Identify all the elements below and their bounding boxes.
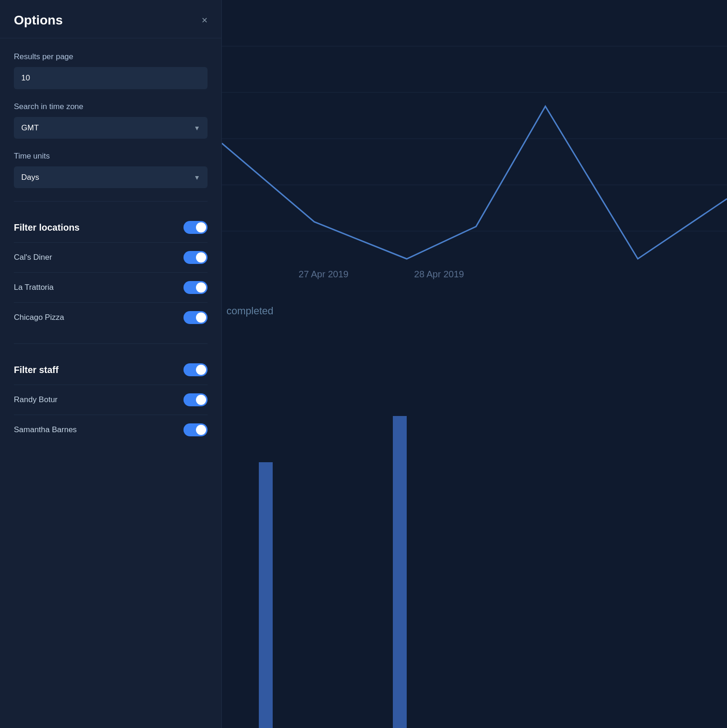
location-la-trattoria-row: La Trattoria — [14, 273, 208, 303]
samantha-knob — [196, 425, 206, 435]
location-cals-diner-toggle[interactable] — [183, 251, 208, 264]
panel-title: Options — [14, 13, 63, 28]
results-per-page-section: Results per page — [14, 52, 208, 89]
svg-text:completed: completed — [226, 305, 274, 317]
panel-header: Options × — [0, 0, 221, 38]
staff-randy-label: Randy Botur — [14, 395, 58, 404]
location-la-trattoria-toggle[interactable] — [183, 281, 208, 294]
time-units-select[interactable]: Days Hours Weeks Months — [14, 166, 208, 188]
filter-locations-header-row: Filter locations — [14, 213, 208, 243]
location-chicago-pizza-label: Chicago Pizza — [14, 313, 64, 322]
timezone-section: Search in time zone GMT UTC EST PST CET … — [14, 102, 208, 139]
staff-samantha-toggle[interactable] — [183, 423, 208, 436]
filter-staff-header-row: Filter staff — [14, 355, 208, 385]
filter-staff-toggle[interactable] — [183, 363, 208, 376]
location-chicago-pizza-toggle[interactable] — [183, 311, 208, 324]
filter-locations-toggle[interactable] — [183, 221, 208, 234]
randy-slider — [183, 393, 208, 406]
la-trattoria-slider — [183, 281, 208, 294]
svg-rect-9 — [393, 416, 407, 728]
results-per-page-input[interactable] — [14, 67, 208, 89]
chicago-pizza-knob — [196, 312, 206, 323]
staff-samantha-label: Samantha Barnes — [14, 425, 77, 434]
svg-text:28 Apr 2019: 28 Apr 2019 — [414, 269, 464, 279]
time-units-select-wrapper: Days Hours Weeks Months ▼ — [14, 166, 208, 188]
location-cals-diner-label: Cal's Diner — [14, 253, 52, 262]
panel-body: Results per page Search in time zone GMT… — [0, 38, 221, 459]
chart-area: 27 Apr 2019 28 Apr 2019 completed — [222, 0, 727, 728]
location-la-trattoria-label: La Trattoria — [14, 283, 54, 292]
location-cals-diner-row: Cal's Diner — [14, 243, 208, 273]
filter-locations-knob — [196, 222, 206, 232]
close-button[interactable]: × — [202, 15, 208, 25]
staff-randy-toggle[interactable] — [183, 393, 208, 406]
timezone-label: Search in time zone — [14, 102, 208, 111]
filter-staff-knob — [196, 365, 206, 375]
samantha-slider — [183, 423, 208, 436]
filter-staff-label: Filter staff — [14, 365, 59, 375]
cals-diner-slider — [183, 251, 208, 264]
filter-staff-section: Filter staff Randy Botur S — [14, 355, 208, 445]
options-panel: Options × Results per page Search in tim… — [0, 0, 222, 728]
location-chicago-pizza-row: Chicago Pizza — [14, 303, 208, 332]
chicago-pizza-slider — [183, 311, 208, 324]
divider-1 — [14, 201, 208, 202]
svg-rect-8 — [259, 462, 273, 728]
timezone-select-wrapper: GMT UTC EST PST CET ▼ — [14, 117, 208, 139]
cals-diner-knob — [196, 252, 206, 263]
divider-2 — [14, 343, 208, 344]
staff-randy-row: Randy Botur — [14, 385, 208, 415]
randy-knob — [196, 395, 206, 405]
la-trattoria-knob — [196, 282, 206, 293]
filter-staff-slider — [183, 363, 208, 376]
timezone-select[interactable]: GMT UTC EST PST CET — [14, 117, 208, 139]
time-units-label: Time units — [14, 152, 208, 161]
results-per-page-label: Results per page — [14, 52, 208, 61]
filter-locations-section: Filter locations Cal's Diner — [14, 213, 208, 332]
filter-locations-slider — [183, 221, 208, 234]
svg-text:27 Apr 2019: 27 Apr 2019 — [299, 269, 348, 279]
time-units-section: Time units Days Hours Weeks Months ▼ — [14, 152, 208, 188]
filter-locations-label: Filter locations — [14, 222, 79, 233]
staff-samantha-row: Samantha Barnes — [14, 415, 208, 445]
